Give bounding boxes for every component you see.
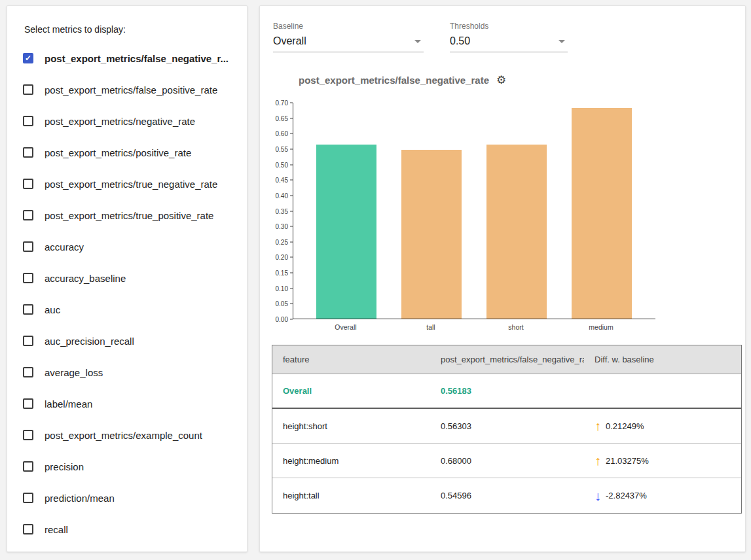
fairness-indicators-app: Select metrics to display: ✓post_export_… (0, 0, 751, 560)
diff-value: -2.82437% (606, 491, 647, 500)
metric-label: post_export_metrics/false_positive_rate (45, 84, 217, 96)
checkbox-unchecked-icon[interactable] (23, 461, 33, 472)
chevron-down-icon[interactable] (559, 40, 565, 43)
y-tick: 0.20 (276, 254, 293, 261)
metrics-list: ✓post_export_metrics/false_negative_r...… (23, 43, 231, 545)
metric-item[interactable]: precision (23, 451, 231, 482)
y-tick-label: 0.35 (276, 207, 288, 215)
down-arrow-icon: ↓ (595, 489, 601, 502)
bars (293, 103, 655, 319)
metric-label: post_export_metrics/example_count (45, 430, 202, 441)
y-tick: 0.10 (276, 285, 293, 292)
x-tick-label: tall (388, 323, 473, 331)
table-row[interactable]: height:short0.56303↑0.21249% (272, 409, 741, 444)
checkbox-unchecked-icon[interactable] (23, 304, 33, 315)
metric-item[interactable]: accuracy (23, 231, 231, 262)
metric-item[interactable]: post_export_metrics/false_positive_rate (23, 74, 231, 105)
metric-item[interactable]: auc_precision_recall (23, 325, 231, 357)
checkbox-unchecked-icon[interactable] (23, 398, 33, 409)
feature-cell: height:tall (272, 491, 430, 500)
thresholds-dropdown-value-row[interactable]: 0.50 (450, 35, 568, 52)
checkbox-unchecked-icon[interactable] (23, 430, 33, 440)
metrics-table: featurepost_export_metrics/false_negativ… (272, 345, 742, 514)
bar-chart: 0.000.050.100.150.200.250.300.350.400.45… (272, 103, 733, 338)
value-cell: 0.56303 (430, 421, 584, 431)
bar-overall[interactable] (316, 145, 376, 319)
metric-item[interactable]: average_loss (23, 357, 231, 388)
y-tick-label: 0.60 (276, 130, 288, 137)
table-row[interactable]: Overall0.56183 (272, 374, 741, 409)
value-cell: 0.56183 (430, 386, 584, 396)
metric-item[interactable]: auc (23, 294, 231, 325)
metric-label: average_loss (45, 367, 103, 378)
metric-item[interactable]: ✓post_export_metrics/false_negative_r... (23, 43, 231, 74)
baseline-dropdown-label: Baseline (273, 22, 424, 31)
metric-label: accuracy (45, 241, 84, 253)
baseline-dropdown-value: Overall (273, 35, 306, 47)
y-tick: 0.25 (276, 238, 293, 245)
y-tick: 0.60 (276, 130, 293, 137)
table-row[interactable]: height:medium0.68000↑21.03275% (272, 444, 741, 478)
metric-item[interactable]: post_export_metrics/true_negative_rate (23, 168, 231, 200)
gear-icon[interactable]: ⚙ (496, 75, 506, 86)
y-tick-label: 0.40 (276, 192, 288, 199)
bar-medium[interactable] (572, 108, 632, 319)
x-tick-label: Overall (303, 323, 388, 331)
feature-cell: height:medium (272, 456, 430, 466)
checkbox-unchecked-icon[interactable] (23, 493, 33, 503)
table-row[interactable]: height:tall0.54596↓-2.82437% (272, 478, 741, 513)
checkbox-unchecked-icon[interactable] (23, 336, 33, 346)
metric-label: post_export_metrics/negative_rate (45, 116, 195, 127)
checkbox-unchecked-icon[interactable] (23, 179, 33, 189)
metric-item[interactable]: post_export_metrics/example_count (23, 419, 231, 451)
metric-label: auc (45, 304, 60, 315)
checkbox-unchecked-icon[interactable] (23, 273, 33, 283)
checkbox-unchecked-icon[interactable] (23, 367, 33, 377)
chevron-down-icon[interactable] (414, 40, 421, 43)
y-tick-label: 0.55 (276, 145, 288, 152)
table-header-cell: Diff. w. baseline (584, 355, 741, 364)
checkbox-checked-icon[interactable]: ✓ (23, 53, 33, 63)
y-tick-label: 0.70 (276, 99, 288, 107)
table-header-cell: post_export_metrics/false_negative_rat..… (430, 355, 584, 364)
y-tick: 0.55 (276, 145, 293, 152)
metric-label: accuracy_baseline (45, 273, 126, 284)
metric-label: recall (45, 524, 68, 535)
x-tick-label: medium (559, 323, 644, 331)
metric-item[interactable]: label/mean (23, 388, 231, 419)
checkbox-unchecked-icon[interactable] (23, 116, 33, 126)
diff-cell: ↑21.03275% (584, 454, 741, 467)
y-tick-label: 0.65 (276, 114, 288, 122)
bar-tall[interactable] (401, 150, 462, 319)
table-header: featurepost_export_metrics/false_negativ… (272, 345, 741, 374)
baseline-dropdown-value-row[interactable]: Overall (273, 35, 424, 52)
table-header-cell: feature (272, 355, 430, 364)
metric-item[interactable]: prediction/mean (23, 482, 231, 514)
diff-cell: ↓-2.82437% (584, 489, 741, 502)
metric-label: post_export_metrics/true_negative_rate (45, 179, 217, 190)
feature-cell: height:short (272, 421, 430, 431)
results-panel: Baseline Overall Thresholds 0.50 post_ex… (259, 5, 746, 552)
bar-short[interactable] (486, 145, 547, 319)
metric-item[interactable]: recall (23, 514, 231, 545)
metric-item[interactable]: post_export_metrics/positive_rate (23, 137, 231, 168)
baseline-dropdown[interactable]: Baseline Overall (273, 22, 424, 52)
checkbox-unchecked-icon[interactable] (23, 524, 33, 534)
y-tick-label: 0.30 (276, 223, 288, 230)
checkbox-unchecked-icon[interactable] (23, 84, 33, 95)
y-tick: 0.00 (276, 316, 293, 323)
checkbox-unchecked-icon[interactable] (23, 241, 33, 252)
value-cell: 0.68000 (430, 456, 584, 466)
metric-select-panel: Select metrics to display: ✓post_export_… (7, 5, 247, 552)
thresholds-dropdown[interactable]: Thresholds 0.50 (450, 22, 568, 52)
thresholds-dropdown-label: Thresholds (450, 22, 568, 31)
metric-item[interactable]: post_export_metrics/negative_rate (23, 105, 231, 137)
metric-item[interactable]: accuracy_baseline (23, 262, 231, 294)
y-tick-label: 0.25 (276, 238, 288, 245)
y-tick-label: 0.20 (276, 254, 288, 261)
x-axis: Overalltallshortmedium (293, 323, 655, 331)
y-axis: 0.000.050.100.150.200.250.300.350.400.45… (272, 103, 293, 319)
checkbox-unchecked-icon[interactable] (23, 210, 33, 220)
checkbox-unchecked-icon[interactable] (23, 147, 33, 158)
metric-item[interactable]: post_export_metrics/true_positive_rate (23, 200, 231, 231)
